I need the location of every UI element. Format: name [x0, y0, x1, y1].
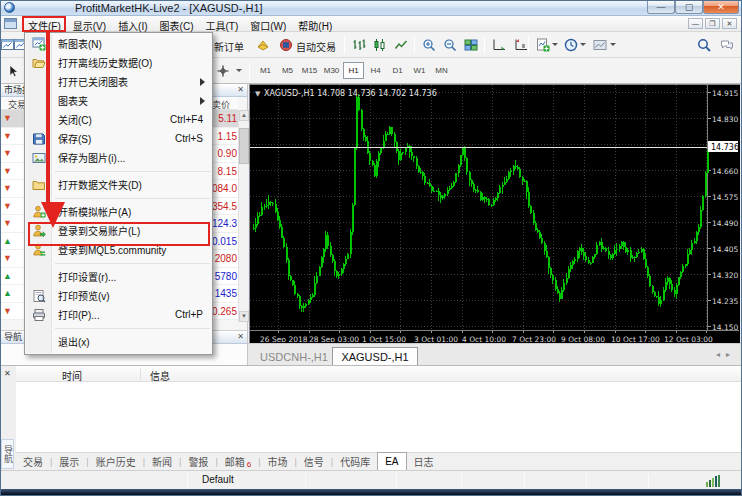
scroll-up-icon[interactable]: ▲ — [239, 110, 249, 121]
maximize-button[interactable]: ▢ — [675, 0, 703, 14]
scroll-thumb[interactable] — [239, 128, 249, 164]
terminal-tab-信号[interactable]: 信号 — [297, 453, 331, 471]
dropdown-arrow-icon[interactable] — [236, 69, 242, 72]
svg-text:14.320: 14.320 — [712, 271, 738, 280]
file-menu-item-label: 图表夹 — [52, 93, 88, 108]
menu-H[interactable]: 帮助(H) — [292, 17, 338, 31]
menu-I[interactable]: 插入(I) — [112, 17, 153, 31]
profile-label[interactable]: Default — [202, 474, 234, 485]
file-menu-item[interactable]: 保存为图片(i)... — [25, 148, 212, 167]
terminal-tab-账户历史[interactable]: 账户历史 — [89, 453, 143, 471]
market-watch-scrollbar[interactable]: ▲ ▼ — [238, 110, 248, 322]
price-value: 5780 — [215, 271, 237, 282]
metaeditor-button[interactable] — [253, 35, 273, 55]
collapsed-panel-tab[interactable]: 导航 — [1, 439, 14, 469]
close-button[interactable]: ✕ — [703, 0, 739, 14]
navigator-close-icon[interactable]: ✕ — [237, 332, 244, 342]
svg-text:12 Oct 03:00: 12 Oct 03:00 — [664, 335, 713, 342]
status-divider — [187, 474, 188, 487]
autotrade-label[interactable]: 自动交易 — [296, 39, 336, 54]
title-bar[interactable]: ProfitMarketHK-Live2 - [XAGUSD-,H1] — ▢ … — [0, 0, 742, 16]
svg-text:4 Oct 10:00: 4 Oct 10:00 — [462, 335, 506, 342]
file-menu-item[interactable]: 退出(x) — [25, 332, 212, 351]
file-menu-item[interactable]: 打开数据文件夹(D) — [25, 175, 212, 194]
file-menu-dropdown: 新图表(N)打开离线历史数据(O)打开已关闭图表图表夹关闭(C)Ctrl+F4保… — [24, 32, 213, 355]
file-menu-item[interactable]: 打开已关闭图表 — [25, 72, 212, 91]
tab-scroll-arrows[interactable]: ◂▸ — [716, 350, 736, 359]
svg-text:14.660: 14.660 — [712, 167, 738, 176]
crosshair-button[interactable] — [213, 61, 233, 81]
menu-C[interactable]: 图表(C) — [154, 17, 200, 31]
timeframe-H1[interactable]: H1 — [343, 62, 364, 79]
menu-T[interactable]: 工具(T) — [199, 17, 244, 31]
timeframe-M5[interactable]: M5 — [277, 62, 298, 79]
menu-W[interactable]: 窗口(W) — [244, 17, 292, 31]
auto-scroll-button[interactable] — [489, 35, 509, 55]
chart-area[interactable]: 14.91514.83014.74514.66014.57514.49014.4… — [249, 84, 740, 343]
terminal-tab-EA[interactable]: EA — [377, 452, 406, 470]
file-menu-item[interactable]: 打印预览(v) — [25, 286, 212, 305]
timeframe-D1[interactable]: D1 — [387, 62, 408, 79]
file-menu-item[interactable]: 关闭(C)Ctrl+F4 — [25, 110, 212, 129]
menu-V[interactable]: 显示(V) — [67, 17, 112, 31]
market-watch-close-icon[interactable]: ✕ — [237, 85, 244, 95]
mdi-restore-button[interactable]: ❐ — [705, 18, 720, 29]
chart-window-icon[interactable] — [4, 18, 17, 29]
file-menu-item[interactable]: 图表夹 — [25, 91, 212, 110]
dropdown-arrow-icon[interactable] — [610, 43, 616, 46]
chat-button[interactable] — [717, 35, 737, 55]
timeframe-M15[interactable]: M15 — [299, 62, 320, 79]
dropdown-arrow-icon[interactable] — [552, 43, 558, 46]
periods-button[interactable] — [561, 35, 581, 55]
window-bottom-edge — [0, 489, 742, 496]
svg-text:26 Sep 2018: 26 Sep 2018 — [260, 335, 308, 342]
file-menu-item[interactable]: 打印(P)...Ctrl+P — [25, 305, 212, 324]
indicators-button[interactable] — [533, 35, 553, 55]
autotrade-button[interactable] — [276, 35, 296, 55]
shortcut-label: Ctrl+F4 — [170, 114, 212, 125]
terminal-tab-市场[interactable]: 市场 — [261, 453, 295, 471]
svg-text:14.575: 14.575 — [712, 193, 738, 202]
scroll-down-icon[interactable]: ▼ — [239, 311, 249, 322]
terminal-tab-交易[interactable]: 交易 — [16, 453, 50, 471]
tile-windows-button[interactable] — [461, 35, 481, 55]
info-column-header[interactable]: 信息 — [150, 368, 170, 383]
chart-tab-xagusd[interactable]: XAGUSD-,H1 — [332, 347, 418, 366]
line-chart-button[interactable] — [391, 35, 411, 55]
timeframe-M1[interactable]: M1 — [255, 62, 276, 79]
file-menu-item[interactable]: 新图表(N) — [25, 34, 212, 53]
terminal-tab-日志[interactable]: 日志 — [407, 453, 441, 471]
bar-chart-button[interactable] — [349, 35, 369, 55]
mdi-close-button[interactable]: ✕ — [722, 18, 737, 29]
time-column-header[interactable]: 时间 — [62, 368, 82, 383]
templates-button[interactable] — [590, 35, 610, 55]
zoom-out-button[interactable] — [440, 35, 460, 55]
candlestick-button[interactable] — [370, 35, 390, 55]
cursor-button[interactable] — [3, 61, 23, 81]
status-divider — [524, 474, 525, 487]
terminal-tab-新闻[interactable]: 新闻 — [145, 453, 179, 471]
symbol-search-button[interactable] — [694, 35, 714, 55]
price-value: 0.015 — [212, 236, 237, 247]
terminal-tab-邮箱[interactable]: 邮箱6 — [218, 453, 258, 471]
file-menu-item[interactable]: 打印设置(r)... — [25, 267, 212, 286]
price-value: 8.15 — [218, 166, 237, 177]
print-icon — [25, 308, 52, 322]
zoom-in-button[interactable] — [419, 35, 439, 55]
terminal-tab-警报[interactable]: 警报 — [181, 453, 215, 471]
new-order-button[interactable]: 新订单 — [214, 39, 244, 54]
chart-tab-usdcnh[interactable]: USDCNH-,H1 — [258, 347, 330, 366]
dropdown-arrow-icon[interactable] — [580, 43, 586, 46]
terminal-tab-展示[interactable]: 展示 — [52, 453, 86, 471]
terminal-tab-代码库[interactable]: 代码库 — [333, 453, 377, 471]
terminal-close-icon[interactable]: ✕ — [4, 369, 11, 378]
file-menu-item[interactable]: 打开离线历史数据(O) — [25, 53, 212, 72]
file-menu-item[interactable]: 保存(S)Ctrl+S — [25, 129, 212, 148]
timeframe-W1[interactable]: W1 — [409, 62, 430, 79]
timeframe-H4[interactable]: H4 — [365, 62, 386, 79]
mdi-minimize-button[interactable]: — — [688, 18, 703, 29]
minimize-button[interactable]: — — [647, 0, 675, 14]
app-logo-icon — [4, 2, 15, 13]
timeframe-M30[interactable]: M30 — [321, 62, 342, 79]
timeframe-MN[interactable]: MN — [431, 62, 452, 79]
